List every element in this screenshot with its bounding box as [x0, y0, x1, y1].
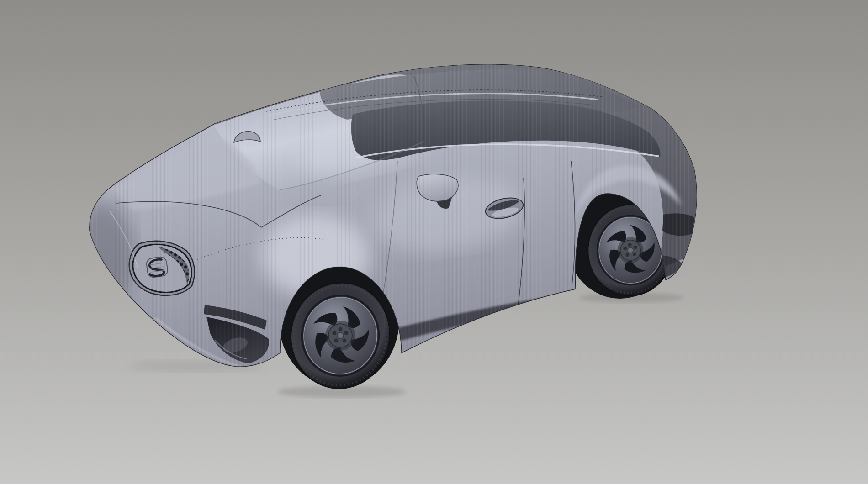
render-canvas [0, 0, 868, 484]
3d-viewport[interactable] [0, 0, 868, 484]
